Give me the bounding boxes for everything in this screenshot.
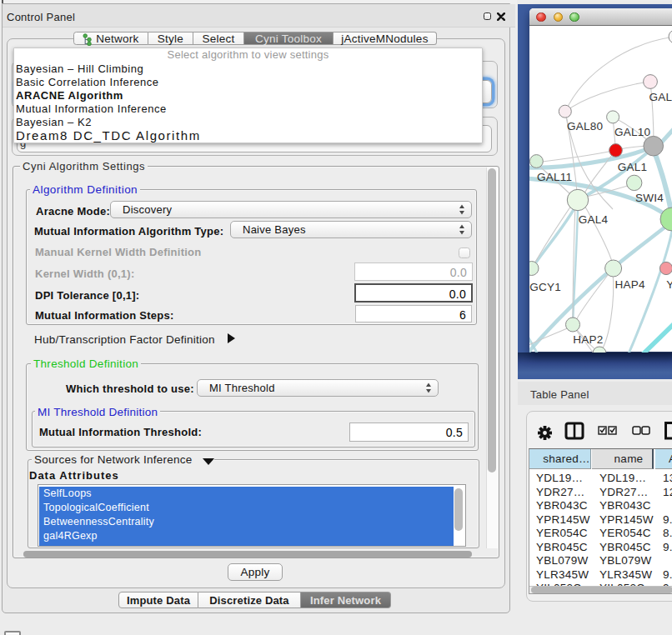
- svg-text:HAP2: HAP2: [573, 333, 603, 346]
- svg-text:GAL10: GAL10: [614, 126, 650, 138]
- svg-text:GAL1: GAL1: [618, 161, 648, 173]
- svg-text:Y: Y: [666, 278, 672, 291]
- svg-text:GCY1: GCY1: [529, 281, 561, 293]
- svg-text:GAL11: GAL11: [537, 171, 572, 183]
- svg-text:GAL4: GAL4: [579, 213, 609, 226]
- svg-text:HAP4: HAP4: [615, 278, 646, 291]
- svg-text:GAL80: GAL80: [567, 120, 603, 132]
- svg-text:GAL2: GAL2: [649, 91, 672, 103]
- svg-text:SWI4: SWI4: [635, 192, 664, 204]
